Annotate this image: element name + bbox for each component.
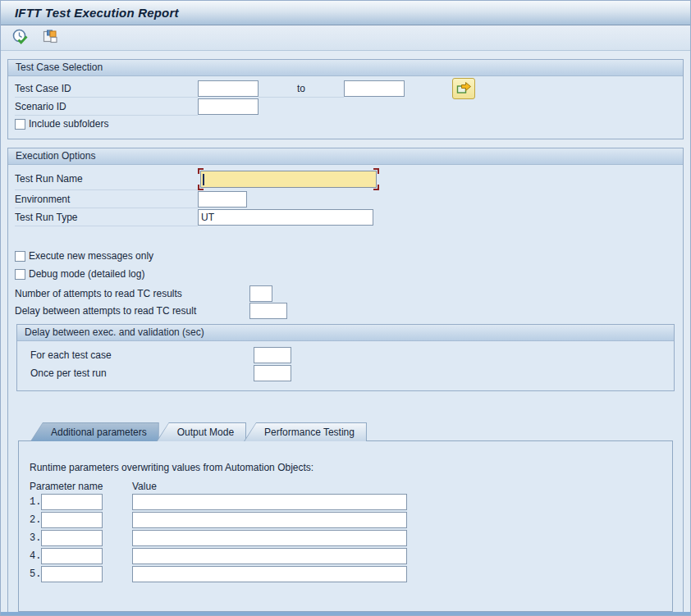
environment-label: Environment: [15, 190, 198, 208]
once-per-test-run-input[interactable]: [254, 365, 291, 381]
parameter-name-input-3[interactable]: [41, 530, 103, 546]
row-scenario-id: Scenario ID: [15, 98, 676, 116]
attempts-to-read-label: Number of attempts to read TC results: [15, 285, 249, 302]
parameter-value-input-4[interactable]: [132, 548, 407, 564]
row-include-subfolders: Include subfolders: [15, 116, 676, 132]
row-for-each-test-case: For each test case: [30, 346, 667, 364]
get-variant-icon: [41, 28, 59, 48]
parameter-row: 3.: [30, 529, 661, 546]
parameter-value-input-5[interactable]: [132, 566, 407, 582]
test-case-id-input[interactable]: [198, 80, 259, 97]
focus-frame: [198, 168, 379, 190]
group-delay-validation: Delay between exec. and validation (sec)…: [16, 324, 675, 391]
row-index: 5.: [30, 568, 41, 580]
attempts-to-read-input[interactable]: [249, 285, 272, 302]
row-index: 3.: [30, 532, 41, 544]
focus-corner: [198, 185, 204, 190]
test-run-type-input[interactable]: [198, 209, 373, 226]
value-header: Value: [132, 481, 157, 492]
row-attempts-to-read: Number of attempts to read TC results: [15, 285, 676, 302]
group-test-case-selection: Test Case Selection Test Case ID to: [7, 59, 684, 139]
row-execute-new-messages: Execute new messages only: [15, 248, 676, 264]
tab-label: Output Mode: [158, 423, 245, 441]
test-case-id-to-input[interactable]: [344, 80, 405, 97]
scenario-id-label: Scenario ID: [15, 98, 198, 116]
delay-between-attempts-label: Delay between attempts to read TC result: [15, 302, 249, 319]
tab-strip: Additional parameters Output Mode Perfor…: [18, 422, 673, 612]
row-index: 4.: [30, 550, 41, 562]
test-run-type-label: Test Run Type: [15, 208, 198, 226]
sap-window: IFTT Test Execution Report: [0, 0, 691, 616]
parameter-row: 5.: [30, 565, 661, 582]
for-each-test-case-input[interactable]: [254, 347, 291, 363]
parameter-name-input-1[interactable]: [41, 494, 103, 510]
group-execution-options: Execution Options Test Run Name Environm…: [7, 148, 684, 616]
text-cursor: [203, 174, 204, 185]
focus-corner: [373, 168, 379, 174]
group-title: Test Case Selection: [8, 60, 683, 76]
parameter-name-input-2[interactable]: [41, 512, 103, 528]
parameter-row: 1.: [30, 493, 661, 510]
get-variant-button[interactable]: [40, 28, 60, 48]
parameter-row: 4.: [30, 547, 661, 564]
parameter-name-input-4[interactable]: [41, 548, 103, 564]
parameter-value-input-1[interactable]: [132, 494, 407, 510]
row-index: 2.: [30, 514, 41, 526]
focus-corner: [373, 185, 379, 190]
tab-panel-additional-parameters: Runtime parameters overwriting values fr…: [18, 440, 673, 612]
row-index: 1.: [30, 496, 41, 508]
tab-additional-parameters[interactable]: Additional parameters: [30, 422, 159, 441]
tab-label: Performance Testing: [245, 423, 366, 441]
environment-input[interactable]: [198, 191, 247, 208]
parameter-name-header: Parameter name: [30, 481, 132, 492]
row-debug-mode: Debug mode (detailed log): [15, 266, 676, 282]
execute-new-messages-checkbox[interactable]: [15, 251, 25, 262]
tab-performance-testing[interactable]: Performance Testing: [244, 422, 367, 441]
group-title: Execution Options: [8, 148, 683, 165]
execute-icon: [11, 28, 30, 48]
parameter-row: 2.: [30, 511, 661, 528]
row-environment: Environment: [15, 190, 676, 208]
title-bar: IFTT Test Execution Report: [1, 1, 690, 25]
once-per-test-run-label: Once per test run: [30, 367, 254, 379]
test-run-name-input[interactable]: [200, 171, 377, 188]
page-title: IFTT Test Execution Report: [15, 6, 179, 20]
debug-mode-label: Debug mode (detailed log): [29, 268, 144, 280]
delay-between-attempts-input[interactable]: [249, 303, 287, 319]
row-test-run-name: Test Run Name: [15, 168, 676, 190]
multiple-selection-icon: [455, 80, 472, 98]
row-test-case-id: Test Case ID to: [15, 80, 676, 98]
include-subfolders-label: Include subfolders: [29, 118, 108, 130]
for-each-test-case-label: For each test case: [30, 349, 254, 361]
group-title: Delay between exec. and validation (sec): [17, 325, 674, 341]
debug-mode-checkbox[interactable]: [15, 269, 25, 280]
row-test-run-type: Test Run Type: [15, 208, 676, 226]
to-label: to: [259, 80, 344, 98]
row-delay-between-attempts: Delay between attempts to read TC result: [15, 302, 676, 319]
scenario-id-input[interactable]: [198, 98, 259, 115]
parameter-value-input-2[interactable]: [132, 512, 407, 528]
parameter-name-input-5[interactable]: [41, 566, 103, 582]
tab-output-mode[interactable]: Output Mode: [157, 422, 246, 441]
focus-corner: [198, 168, 204, 174]
application-toolbar: [1, 25, 690, 51]
window-bottom-edge: [1, 612, 690, 615]
include-subfolders-checkbox[interactable]: [15, 119, 25, 130]
execute-new-messages-label: Execute new messages only: [29, 250, 153, 262]
test-case-id-label: Test Case ID: [15, 80, 198, 98]
runtime-parameters-intro: Runtime parameters overwriting values fr…: [30, 462, 661, 473]
row-once-per-test-run: Once per test run: [30, 364, 667, 382]
test-run-name-label: Test Run Name: [15, 168, 198, 190]
parameter-column-headers: Parameter name Value: [30, 481, 661, 492]
parameter-value-input-3[interactable]: [132, 530, 407, 546]
multiple-selection-button[interactable]: [452, 78, 475, 99]
execute-button[interactable]: [11, 28, 30, 48]
tab-label: Additional parameters: [31, 423, 158, 441]
